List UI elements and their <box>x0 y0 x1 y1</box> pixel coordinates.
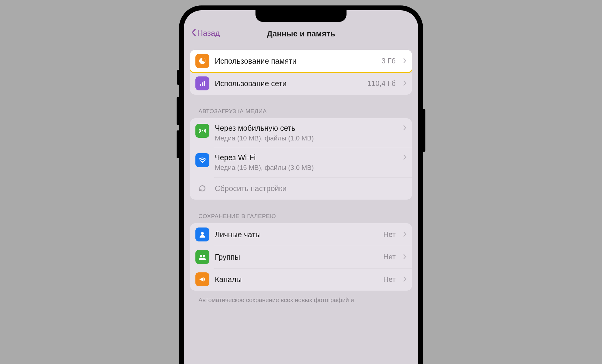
usage-group: Использование памяти 3 Гб Использование … <box>190 50 412 95</box>
save-footer-note: Автоматическое сохранение всех новых фот… <box>190 293 412 304</box>
megaphone-icon <box>195 272 209 286</box>
chevron-left-icon <box>191 28 196 38</box>
svg-point-4 <box>202 130 203 132</box>
reset-autoload-row[interactable]: Сбросить настройки <box>190 177 412 200</box>
person-icon <box>195 228 209 241</box>
back-label: Назад <box>197 29 220 38</box>
network-usage-value: 110,4 Гб <box>367 79 396 88</box>
network-usage-label: Использование сети <box>215 79 362 88</box>
chevron-right-icon <box>403 124 407 132</box>
wifi-icon <box>195 153 209 167</box>
autoload-cellular-sub: Медиа (10 MB), файлы (1,0 MB) <box>215 134 314 142</box>
storage-usage-label: Использование памяти <box>215 57 376 66</box>
chevron-right-icon <box>403 230 407 239</box>
reset-autoload-label: Сбросить настройки <box>215 184 407 193</box>
page-title: Данные и память <box>267 29 335 39</box>
save-channels-value: Нет <box>383 275 396 284</box>
storage-usage-value: 3 Гб <box>381 57 396 65</box>
svg-point-5 <box>202 162 203 163</box>
mute-switch <box>177 70 180 85</box>
svg-rect-2 <box>202 83 203 86</box>
save-channels-label: Каналы <box>215 275 378 284</box>
back-button[interactable]: Назад <box>191 28 220 38</box>
power-button <box>422 109 425 152</box>
save-groups-row[interactable]: Группы Нет <box>190 246 412 268</box>
chevron-right-icon <box>403 57 407 65</box>
svg-rect-1 <box>200 84 201 86</box>
save-group: Личные чаты Нет Группы Нет <box>190 223 412 291</box>
save-private-label: Личные чаты <box>215 230 378 239</box>
antenna-icon <box>195 124 209 138</box>
phone-frame: Назад Данные и память Использование памя… <box>180 6 422 364</box>
autoload-cellular-row[interactable]: Через мобильную сеть Медиа (10 MB), файл… <box>190 118 412 148</box>
autoload-cellular-label: Через мобильную сеть <box>215 124 314 133</box>
autoload-wifi-row[interactable]: Через Wi-Fi Медиа (15 MB), файлы (3,0 MB… <box>190 148 412 177</box>
autoload-wifi-sub: Медиа (15 MB), файлы (3,0 MB) <box>215 164 314 172</box>
autoload-header: АВТОЗАГРУЗКА МЕДИА <box>190 108 412 118</box>
chevron-right-icon <box>403 253 407 261</box>
svg-rect-3 <box>204 81 205 86</box>
save-header: СОХРАНЕНИЕ В ГАЛЕРЕЮ <box>190 213 412 223</box>
pie-chart-icon <box>195 54 209 68</box>
screen: Назад Данные и память Использование памя… <box>184 10 418 364</box>
chevron-right-icon <box>403 153 407 162</box>
notch <box>255 10 347 22</box>
volume-up-button <box>177 97 180 125</box>
save-private-row[interactable]: Личные чаты Нет <box>190 223 412 246</box>
autoload-group: Через мобильную сеть Медиа (10 MB), файл… <box>190 118 412 200</box>
chevron-right-icon <box>403 275 407 284</box>
save-channels-row[interactable]: Каналы Нет <box>190 268 412 291</box>
group-icon <box>195 250 209 264</box>
bar-chart-icon <box>195 76 209 90</box>
svg-point-6 <box>201 232 204 235</box>
volume-down-button <box>177 130 180 158</box>
chevron-right-icon <box>403 79 407 88</box>
storage-usage-row[interactable]: Использование памяти 3 Гб <box>190 50 412 73</box>
network-usage-row[interactable]: Использование сети 110,4 Гб <box>190 72 412 95</box>
svg-point-8 <box>203 255 205 257</box>
autoload-wifi-label: Через Wi-Fi <box>215 153 314 162</box>
save-private-value: Нет <box>383 230 396 239</box>
svg-point-7 <box>200 255 202 257</box>
reset-icon <box>195 181 209 195</box>
save-groups-value: Нет <box>383 253 396 261</box>
save-groups-label: Группы <box>215 253 378 261</box>
